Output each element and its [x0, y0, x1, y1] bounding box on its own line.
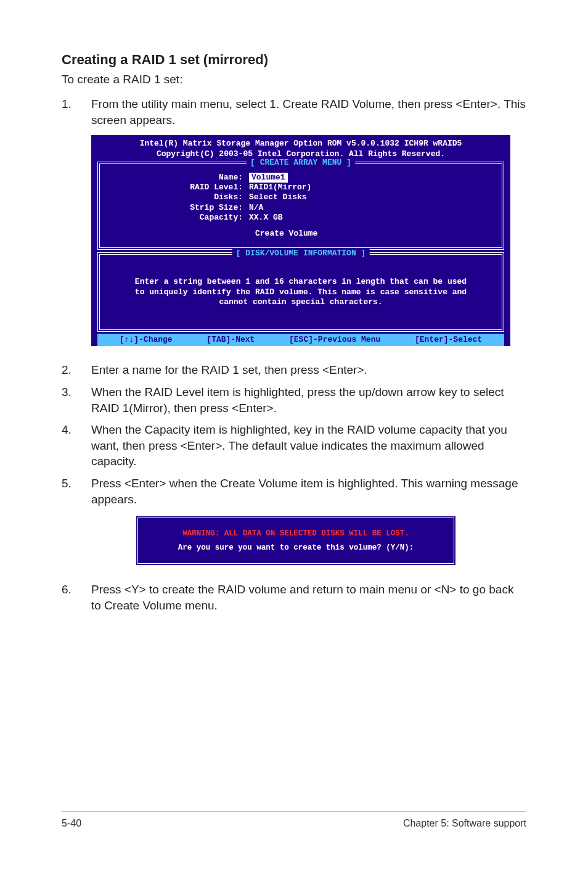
page-footer: 5-40 Chapter 5: Software support [62, 811, 526, 829]
bios-box-title: [ CREATE ARRAY MENU ] [247, 158, 355, 168]
warning-prompt[interactable]: Are you sure you want to create this vol… [144, 541, 447, 555]
key-hint-change: [↑↓]-Change [120, 335, 173, 345]
field-strip-size-label: Strip Size: [107, 203, 249, 213]
warning-dialog-screenshot: WARNING: ALL DATA ON SELECTED DISKS WILL… [136, 516, 526, 566]
field-strip-size-value: N/A [249, 203, 263, 213]
bios-help-text: Enter a string between 1 and 16 characte… [107, 277, 494, 307]
bios-box-title-2: [ DISK/VOLUME INFORMATION ] [232, 249, 370, 258]
step-text: Press <Y> to create the RAID volume and … [91, 582, 526, 613]
bios-disk-volume-info-box: [ DISK/VOLUME INFORMATION ] Enter a stri… [97, 252, 504, 332]
step-text: From the utility main menu, select 1. Cr… [91, 96, 526, 128]
step-6: 6. Press <Y> to create the RAID volume a… [62, 582, 526, 613]
bios-create-array-box: [ CREATE ARRAY MENU ] Name: Volume1 RAID… [97, 162, 504, 250]
page-number: 5-40 [62, 818, 81, 829]
bios-screenshot: Intel(R) Matrix Storage Manager Option R… [91, 135, 526, 346]
step-text: When the Capacity item is highlighted, k… [91, 422, 526, 469]
field-raid-level-value[interactable]: RAID1(Mirror) [249, 183, 311, 192]
step-text: Press <Enter> when the Create Volume ite… [91, 476, 526, 507]
step-number: 1. [62, 96, 91, 128]
key-hint-next: [TAB]-Next [206, 335, 255, 345]
step-4: 4. When the Capacity item is highlighted… [62, 422, 526, 469]
chapter-label: Chapter 5: Software support [403, 818, 526, 829]
intro-text: To create a RAID 1 set: [62, 73, 526, 86]
step-number: 5. [62, 476, 91, 507]
field-capacity-label: Capacity: [107, 213, 249, 223]
field-capacity-value[interactable]: XX.X GB [249, 213, 283, 223]
key-hint-previous: [ESC]-Previous Menu [289, 335, 380, 345]
field-disks-value[interactable]: Select Disks [249, 192, 307, 202]
field-name-value[interactable]: Volume1 [249, 173, 288, 183]
field-name-label: Name: [107, 173, 249, 183]
bios-title-line1: Intel(R) Matrix Storage Manager Option R… [91, 139, 510, 149]
bios-key-hint-bar: [↑↓]-Change [TAB]-Next [ESC]-Previous Me… [97, 334, 504, 346]
create-volume-action[interactable]: Create Volume [107, 229, 494, 239]
step-2: 2. Enter a name for the RAID 1 set, then… [62, 362, 526, 378]
step-text: Enter a name for the RAID 1 set, then pr… [91, 362, 526, 378]
step-number: 2. [62, 362, 91, 378]
key-hint-select: [Enter]-Select [415, 335, 482, 345]
field-disks-label: Disks: [107, 192, 249, 202]
step-number: 3. [62, 384, 91, 416]
warning-line-1: WARNING: ALL DATA ON SELECTED DISKS WILL… [144, 527, 447, 541]
field-raid-level-label: RAID Level: [107, 183, 249, 192]
step-3: 3. When the RAID Level item is highlight… [62, 384, 526, 416]
step-5: 5. Press <Enter> when the Create Volume … [62, 476, 526, 507]
step-number: 4. [62, 422, 91, 469]
step-text: When the RAID Level item is highlighted,… [91, 384, 526, 416]
section-heading: Creating a RAID 1 set (mirrored) [62, 52, 526, 68]
step-number: 6. [62, 582, 91, 613]
step-1: 1. From the utility main menu, select 1.… [62, 96, 526, 128]
